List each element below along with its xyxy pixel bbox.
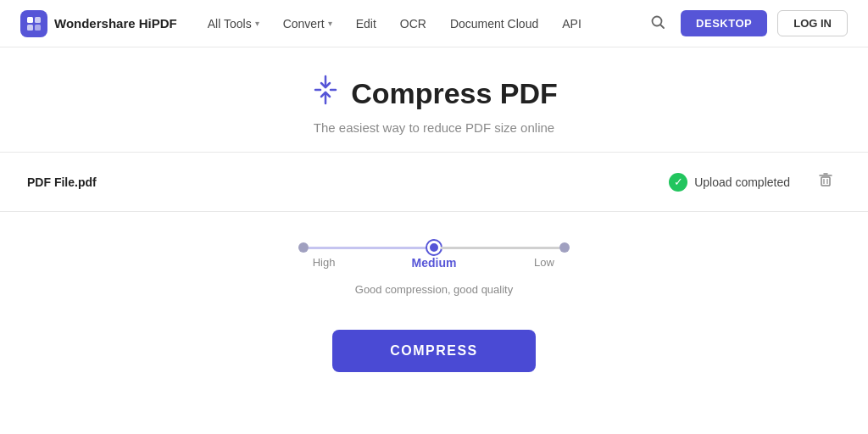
nav-items: All Tools ▾ Convert ▾ Edit OCR Document … [198, 12, 638, 36]
high-dot[interactable] [298, 242, 309, 253]
brand-name: Wondershare HiPDF [54, 16, 177, 31]
compress-button[interactable]: COMPRESS [332, 330, 536, 372]
trash-icon [817, 171, 834, 188]
chevron-down-icon: ▾ [328, 19, 332, 28]
compression-slider[interactable] [298, 239, 570, 256]
high-label[interactable]: High [298, 256, 349, 270]
nav-all-tools[interactable]: All Tools ▾ [198, 12, 270, 36]
medium-dot[interactable] [427, 241, 441, 254]
low-dot[interactable] [559, 242, 570, 253]
hero-subtitle: The easiest way to reduce PDF size onlin… [20, 120, 848, 135]
compression-description: Good compression, good quality [355, 283, 513, 296]
compress-button-container: COMPRESS [0, 313, 868, 399]
search-icon [650, 14, 665, 30]
page-title: Compress PDF [351, 77, 558, 110]
chevron-down-icon: ▾ [255, 19, 259, 28]
check-icon: ✓ [669, 173, 687, 192]
nav-right: DESKTOP LOG IN [645, 9, 848, 38]
file-row: PDF File.pdf ✓ Upload completed [0, 153, 868, 212]
nav-convert[interactable]: Convert ▾ [273, 12, 342, 36]
hero-section: Compress PDF The easiest way to reduce P… [0, 47, 868, 152]
svg-rect-2 [27, 25, 33, 31]
compress-icon [310, 75, 341, 112]
svg-rect-10 [821, 177, 830, 186]
svg-rect-1 [35, 17, 41, 23]
svg-line-5 [661, 25, 665, 28]
logo[interactable]: Wondershare HiPDF [20, 10, 177, 37]
navbar: Wondershare HiPDF All Tools ▾ Convert ▾ … [0, 0, 868, 47]
nav-ocr[interactable]: OCR [390, 12, 437, 36]
nav-edit[interactable]: Edit [346, 12, 387, 36]
compression-labels: High Medium Low [298, 256, 570, 270]
file-name: PDF File.pdf [27, 175, 669, 189]
compression-section: High Medium Low Good compression, good q… [0, 212, 868, 313]
logo-icon [20, 10, 47, 37]
svg-point-4 [653, 16, 662, 25]
search-button[interactable] [645, 9, 670, 38]
delete-file-button[interactable] [810, 168, 841, 196]
medium-label[interactable]: Medium [409, 256, 459, 270]
desktop-button[interactable]: DESKTOP [681, 10, 767, 36]
nav-api[interactable]: API [552, 12, 592, 36]
upload-status: ✓ Upload completed [669, 173, 790, 192]
low-label[interactable]: Low [519, 256, 570, 270]
svg-rect-0 [27, 17, 33, 23]
nav-document-cloud[interactable]: Document Cloud [440, 12, 548, 36]
svg-rect-3 [35, 25, 41, 31]
login-button[interactable]: LOG IN [777, 10, 848, 36]
